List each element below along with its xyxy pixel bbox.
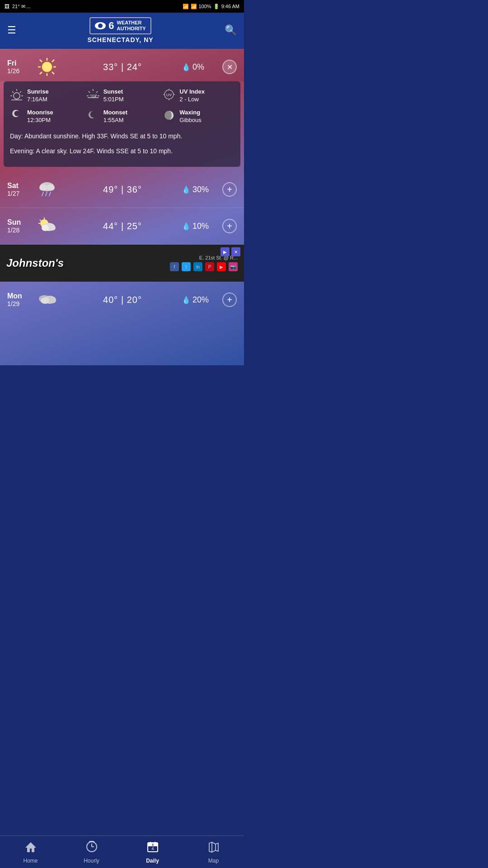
header: ☰ 6 WEATHER AUTHORITY SCHENECTADY, NY 🔍 bbox=[0, 13, 244, 49]
sat-temps: 49° | 36° bbox=[63, 184, 182, 195]
svg-line-8 bbox=[40, 72, 42, 74]
svg-point-41 bbox=[42, 225, 49, 231]
drop-icon: 💧 bbox=[182, 296, 191, 304]
uv-text: UV Index 2 - Low bbox=[179, 88, 205, 104]
sun-expand-button[interactable]: + bbox=[222, 219, 237, 233]
status-right: 📶 📶 100% 🔋 9:46 AM bbox=[183, 4, 240, 9]
search-button[interactable]: 🔍 bbox=[225, 24, 237, 36]
weather-row-mon[interactable]: Mon 1/29 40° | 20° 💧 20% + bbox=[0, 282, 244, 318]
uv-index-item: UV UV Index 2 - Low bbox=[162, 88, 234, 104]
weather-row-sat[interactable]: Sat 1/27 49° | 36° 💧 30% + bbox=[0, 171, 244, 208]
facebook-icon[interactable]: f bbox=[170, 262, 179, 271]
sun-precip: 💧 10% bbox=[182, 222, 222, 231]
advertisement[interactable]: Johnston's E. 21st St. @ R... f t in P ▶… bbox=[0, 245, 244, 282]
mon-precip: 💧 20% bbox=[182, 295, 222, 305]
time-label: 9:46 AM bbox=[221, 4, 239, 9]
twitter-icon[interactable]: t bbox=[182, 262, 191, 271]
svg-line-34 bbox=[46, 192, 47, 196]
svg-point-0 bbox=[42, 62, 52, 72]
linkedin-icon[interactable]: in bbox=[193, 262, 202, 271]
cloudy-icon bbox=[35, 288, 59, 311]
logo-number: 6 bbox=[108, 20, 114, 32]
moonrise-item: Moonrise 12:30PM bbox=[10, 108, 82, 125]
sunrise-item: Sunrise 7:16AM bbox=[10, 88, 82, 104]
pinterest-icon[interactable]: P bbox=[205, 262, 214, 271]
battery-icon: 🔋 bbox=[213, 4, 220, 9]
svg-point-46 bbox=[49, 298, 56, 303]
wifi-icon: 📶 bbox=[183, 4, 189, 9]
moon-phase-text: Waxing Gibbous bbox=[179, 109, 201, 124]
youtube-icon[interactable]: ▶ bbox=[217, 262, 226, 271]
sun-icon bbox=[36, 56, 58, 78]
svg-point-31 bbox=[39, 184, 47, 191]
ad-content: Johnston's E. 21st St. @ R... f t in P ▶… bbox=[0, 255, 244, 271]
battery-label: 100% bbox=[199, 4, 211, 9]
sunset-icon bbox=[86, 88, 100, 104]
fri-day-name: Fri bbox=[7, 59, 31, 67]
sun-day-name: Sun bbox=[7, 218, 31, 226]
moonrise-icon bbox=[10, 108, 23, 125]
fri-temps: 33° | 24° bbox=[63, 62, 182, 72]
ad-close-button[interactable]: ✕ bbox=[231, 247, 240, 256]
ad-play-button[interactable]: ▶ bbox=[221, 247, 230, 256]
moon-phase-item: Waxing Gibbous bbox=[162, 108, 234, 125]
logo-area: 6 WEATHER AUTHORITY SCHENECTADY, NY bbox=[87, 17, 153, 43]
drop-icon: 💧 bbox=[182, 63, 191, 71]
mon-day-label: Mon 1/29 bbox=[7, 292, 31, 307]
ad-social-icons: f t in P ▶ 📷 bbox=[170, 262, 238, 271]
sunrise-text: Sunrise 7:16AM bbox=[27, 88, 49, 104]
gallery-icon: 🖼 bbox=[5, 4, 9, 9]
ad-logo: Johnston's bbox=[6, 257, 64, 269]
main-content: Fri 1/26 33° | 24° 💧 0% ✕ bbox=[0, 49, 244, 365]
moonset-item: Moonset 1:55AM bbox=[86, 108, 158, 125]
sun-day-label: Sun 1/28 bbox=[7, 218, 31, 234]
fri-day-date: 1/26 bbox=[7, 67, 31, 75]
fri-detail-panel: Sunrise 7:16AM bbox=[4, 81, 240, 167]
svg-line-18 bbox=[89, 91, 90, 93]
channel-logo: 6 WEATHER AUTHORITY bbox=[89, 17, 151, 34]
mon-expand-button[interactable]: + bbox=[222, 292, 237, 307]
cloud-rain-icon bbox=[35, 178, 59, 201]
svg-line-12 bbox=[20, 91, 21, 93]
svg-point-9 bbox=[14, 93, 20, 99]
drop-icon: 💧 bbox=[182, 222, 191, 231]
weather-row-sun[interactable]: Sun 1/28 44° | 25° 💧 10% + bbox=[0, 208, 244, 245]
fri-close-button[interactable]: ✕ bbox=[222, 60, 237, 74]
ad-right: E. 21st St. @ R... f t in P ▶ 📷 bbox=[170, 255, 238, 271]
moon-phase-icon bbox=[162, 108, 176, 125]
svg-line-33 bbox=[42, 192, 43, 196]
svg-point-32 bbox=[47, 184, 55, 191]
sat-day-label: Sat 1/27 bbox=[7, 182, 31, 197]
partly-cloudy-icon bbox=[35, 214, 59, 238]
moonrise-text: Moonrise 12:30PM bbox=[27, 109, 53, 124]
uv-icon: UV bbox=[162, 88, 176, 104]
status-left: 🖼 21° ✉ ... bbox=[5, 4, 31, 9]
svg-text:UV: UV bbox=[166, 93, 172, 97]
sun-day-date: 1/28 bbox=[7, 226, 31, 234]
sunset-text: Sunset 5:01PM bbox=[103, 88, 124, 104]
sun-moon-grid: Sunrise 7:16AM bbox=[10, 88, 234, 125]
ad-controls: ▶ ✕ bbox=[221, 247, 240, 256]
sat-day-date: 1/27 bbox=[7, 190, 31, 197]
logo-text: WEATHER AUTHORITY bbox=[117, 20, 146, 32]
temp-status: 21° ✉ ... bbox=[12, 4, 31, 9]
sat-precip: 💧 30% bbox=[182, 185, 222, 194]
svg-line-35 bbox=[49, 192, 51, 196]
menu-button[interactable]: ☰ bbox=[7, 24, 16, 36]
city-label: SCHENECTADY, NY bbox=[87, 36, 153, 43]
svg-line-38 bbox=[40, 220, 41, 221]
fri-day-label: Fri 1/26 bbox=[7, 59, 31, 75]
cbs-eye-icon bbox=[95, 22, 106, 29]
weather-row-fri[interactable]: Fri 1/26 33° | 24° 💧 0% ✕ bbox=[0, 49, 244, 81]
fri-precip: 💧 0% bbox=[182, 62, 222, 72]
svg-line-7 bbox=[52, 60, 54, 62]
sat-expand-button[interactable]: + bbox=[222, 182, 237, 197]
status-bar: 🖼 21° ✉ ... 📶 📶 100% 🔋 9:46 AM bbox=[0, 0, 244, 13]
fri-weather-icon bbox=[35, 55, 59, 79]
moonset-icon bbox=[86, 108, 100, 125]
instagram-icon[interactable]: 📷 bbox=[229, 262, 238, 271]
forecast-text: Day: Abundant sunshine. High 33F. Winds … bbox=[10, 131, 234, 156]
moonset-text: Moonset 1:55AM bbox=[103, 109, 127, 124]
svg-line-11 bbox=[12, 91, 14, 93]
mon-day-name: Mon bbox=[7, 292, 31, 300]
